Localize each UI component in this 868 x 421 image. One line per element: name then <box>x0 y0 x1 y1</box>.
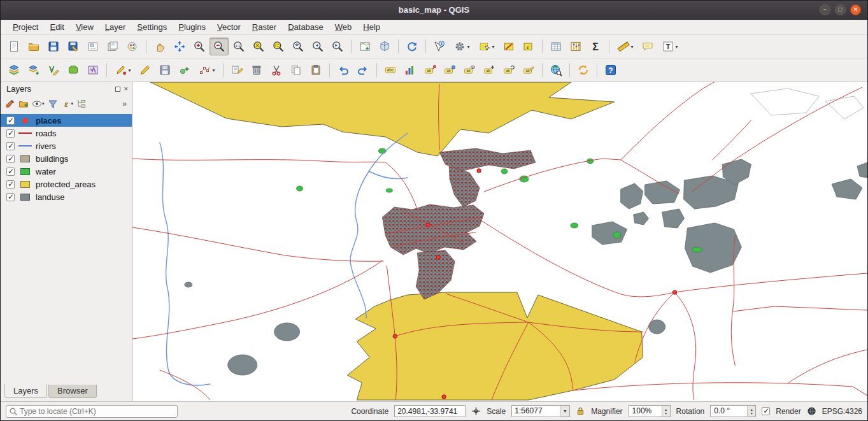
zoom-last-button[interactable] <box>308 38 327 55</box>
zoom-to-selection-button[interactable] <box>269 38 288 55</box>
chevron-down-icon[interactable]: ▾ <box>492 44 494 50</box>
layer-row-water[interactable]: water <box>1 165 132 178</box>
deselect-features-button[interactable] <box>499 38 518 55</box>
add-point-feature-button[interactable] <box>175 61 194 79</box>
add-group-button[interactable] <box>18 98 29 110</box>
spin-arrows-icon[interactable] <box>662 406 670 417</box>
panel-tab-layers[interactable]: Layers <box>4 384 47 398</box>
data-source-manager-button[interactable] <box>4 61 24 79</box>
new-map-view-button[interactable] <box>355 38 374 55</box>
style-manager-button[interactable] <box>123 38 142 55</box>
menu-view[interactable]: View <box>70 21 99 33</box>
show-layout-manager-button[interactable] <box>103 38 122 55</box>
chevron-down-icon[interactable]: ▾ <box>675 44 678 50</box>
locate-input[interactable] <box>20 407 174 416</box>
show-hidden-labels-button[interactable]: ab <box>460 61 479 79</box>
select-by-expression-button[interactable]: ε <box>519 38 538 55</box>
plugin-tool-button[interactable] <box>574 61 593 79</box>
menu-vector[interactable]: Vector <box>211 21 246 33</box>
delete-selected-button[interactable] <box>247 61 266 79</box>
layer-row-roads[interactable]: roads <box>1 127 132 139</box>
new-project-button[interactable] <box>4 38 24 55</box>
zoom-native-button[interactable]: 1:1 <box>229 38 248 55</box>
scale-combo[interactable]: 1:56077 <box>511 405 570 417</box>
manage-map-themes-button[interactable]: ▾ <box>31 98 45 110</box>
spin-arrows-icon[interactable] <box>747 406 755 417</box>
rotation-spinbox[interactable]: 0.0 ° <box>710 405 756 417</box>
osm-place-search-button[interactable] <box>546 61 566 79</box>
identify-features-button[interactable]: i <box>430 38 449 55</box>
run-feature-action-button[interactable]: ▾ <box>450 38 474 55</box>
modify-attributes-button[interactable] <box>227 61 246 79</box>
chevron-down-icon[interactable]: ▾ <box>630 44 633 50</box>
magnifier-spinbox[interactable]: 100% <box>629 405 671 417</box>
text-annotation-button[interactable]: T▾ <box>658 38 682 55</box>
paste-features-button[interactable] <box>306 61 325 79</box>
layer-row-places[interactable]: places <box>1 114 132 127</box>
help-button[interactable]: ? <box>601 61 620 79</box>
layer-row-protected_areas[interactable]: protected_areas <box>1 178 132 190</box>
menu-project[interactable]: Project <box>7 21 44 33</box>
layer-checkbox-buildings[interactable] <box>6 155 15 163</box>
menu-raster[interactable]: Raster <box>246 21 282 33</box>
coordinate-input[interactable] <box>394 405 466 417</box>
map-tips-button[interactable] <box>638 38 657 55</box>
locate-search[interactable] <box>6 405 178 418</box>
new-virtual-layer-button[interactable] <box>83 61 103 79</box>
rotate-label-button[interactable]: ab <box>499 61 518 79</box>
filter-legend-button[interactable] <box>47 98 59 110</box>
extent-toggle-icon[interactable] <box>471 406 481 416</box>
field-calculator-button[interactable] <box>566 38 585 55</box>
open-layer-styling-button[interactable] <box>4 98 16 110</box>
menu-plugins[interactable]: Plugins <box>173 21 211 33</box>
panel-close-icon[interactable] <box>124 85 128 92</box>
zoom-next-button[interactable] <box>328 38 347 55</box>
layer-row-landuse[interactable]: landuse <box>1 190 132 203</box>
layer-checkbox-rivers[interactable] <box>6 142 15 150</box>
chevron-down-icon[interactable]: ▾ <box>212 68 215 73</box>
measure-button[interactable]: ▾ <box>613 38 637 55</box>
redo-button[interactable] <box>353 61 373 79</box>
layer-checkbox-roads[interactable] <box>6 129 15 138</box>
new-print-layout-button[interactable] <box>83 38 103 55</box>
layer-checkbox-places[interactable] <box>6 117 15 125</box>
move-label-button[interactable]: ab <box>480 61 499 79</box>
expand-collapse-all-button[interactable] <box>76 98 87 110</box>
refresh-map-button[interactable] <box>402 38 422 55</box>
chevron-down-icon[interactable]: ▾ <box>71 101 74 106</box>
menu-web[interactable]: Web <box>329 21 358 33</box>
select-features-button[interactable]: ▾ <box>474 38 499 55</box>
panel-tab-browser[interactable]: Browser <box>48 385 97 398</box>
layer-checkbox-protected_areas[interactable] <box>6 180 15 189</box>
menu-layer[interactable]: Layer <box>99 21 132 33</box>
titlebar[interactable]: basic_map - QGIS <box>1 1 867 20</box>
pan-to-selection-button[interactable] <box>170 38 189 55</box>
close-button[interactable] <box>850 4 861 15</box>
toggle-editing-button[interactable] <box>136 61 155 79</box>
maximize-button[interactable] <box>835 4 846 15</box>
menu-help[interactable]: Help <box>357 21 386 33</box>
zoom-to-layer-button[interactable] <box>288 38 308 55</box>
vertex-tool-button[interactable]: ▾ <box>195 61 219 79</box>
chevron-down-icon[interactable] <box>560 406 569 417</box>
chevron-down-icon[interactable]: ▾ <box>128 68 131 73</box>
statistics-button[interactable]: Σ <box>586 38 605 55</box>
pin-labels-button[interactable]: ab <box>420 61 439 79</box>
filter-by-expression-button[interactable]: ε▾ <box>60 98 75 110</box>
zoom-full-button[interactable] <box>249 38 268 55</box>
layer-row-buildings[interactable]: buildings <box>1 152 132 165</box>
layer-diagram-button[interactable] <box>401 61 420 79</box>
save-layer-edits-button[interactable] <box>155 61 174 79</box>
menu-settings[interactable]: Settings <box>131 21 173 33</box>
panel-toolbar-overflow[interactable]: » <box>122 99 128 108</box>
open-project-button[interactable] <box>24 38 43 55</box>
layer-labeling-button[interactable]: abc <box>381 61 400 79</box>
add-vector-layer-button[interactable] <box>24 61 43 79</box>
chevron-down-icon[interactable]: ▾ <box>467 44 469 50</box>
undo-button[interactable] <box>334 61 353 79</box>
save-project-as-button[interactable] <box>64 38 83 55</box>
menu-edit[interactable]: Edit <box>44 21 69 33</box>
copy-features-button[interactable] <box>287 61 306 79</box>
new-geopackage-layer-button[interactable] <box>64 61 83 79</box>
new-3d-map-view-button[interactable] <box>375 38 394 55</box>
